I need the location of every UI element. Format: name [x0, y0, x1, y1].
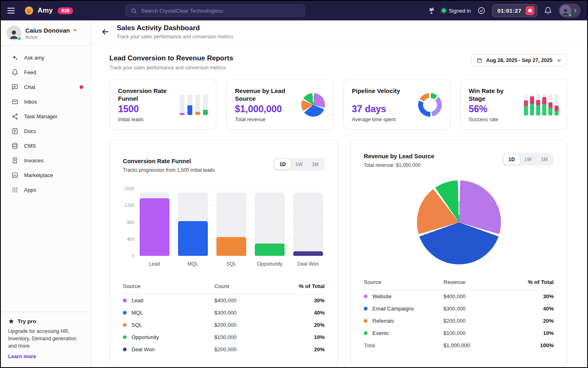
period-tab[interactable]: 1D	[274, 159, 291, 169]
notification-dot-icon	[80, 85, 83, 89]
bar	[178, 221, 208, 256]
conversion-funnel-panel: Conversion Rate Funnel Tracks progressio…	[109, 140, 338, 366]
sidebar-item-label: Apps	[24, 187, 36, 193]
sidebar-item-label: Chat	[24, 84, 35, 90]
sidebar-item[interactable]: Feed	[1, 65, 91, 80]
sidebar-item[interactable]: Chat	[1, 80, 91, 94]
sidebar-user-avatar	[7, 26, 21, 40]
x-axis-label: Lead	[140, 261, 169, 267]
period-tab[interactable]: 1M	[307, 159, 323, 169]
x-axis-label: Opportunity	[255, 261, 285, 267]
sidebar-item[interactable]: Inbox	[1, 94, 91, 109]
sidebar-user-switcher[interactable]: Caius Donovan Active	[1, 20, 91, 46]
back-arrow-icon[interactable]	[101, 27, 110, 36]
period-tab[interactable]: 1W	[520, 154, 536, 164]
period-tab[interactable]: 1D	[503, 154, 520, 164]
y-axis-tick: 1200	[125, 203, 134, 208]
bar	[255, 244, 285, 256]
y-axis-tick: 1600	[125, 186, 134, 191]
kpi-value: 1500	[118, 104, 179, 115]
period-tabs: 1D 1W 1M	[273, 158, 325, 171]
total-label: Total	[364, 342, 443, 348]
column-header: % of Total	[286, 283, 325, 289]
table-total-row: Total $1,000,000 100%	[364, 339, 554, 352]
period-tab[interactable]: 1W	[291, 159, 307, 169]
sidebar-item[interactable]: $ Invoices	[1, 153, 91, 168]
series-dot-icon	[364, 331, 368, 335]
sidebar-item-label: Inbox	[24, 99, 37, 105]
row-percent: 40%	[515, 306, 554, 312]
x-axis-label: Deal Won	[293, 261, 323, 267]
share-icon	[11, 113, 18, 120]
kpi-title: Win Rate by Stage	[469, 87, 518, 102]
page-title: Sales Activity Dashboard	[117, 24, 233, 32]
row-label: Opportunity	[131, 334, 159, 340]
y-axis-tick: 0	[132, 253, 134, 258]
chevron-down-icon	[72, 27, 78, 33]
sidebar-user-status-dot	[18, 37, 21, 40]
series-dot-icon	[123, 335, 127, 339]
revenue-source-panel: Revenue by Lead Source Total revenue: $1…	[350, 140, 567, 366]
row-label: Referrals	[372, 318, 394, 324]
bar-track	[216, 193, 246, 256]
x-axis-label: MQL	[178, 261, 208, 267]
sidebar-item[interactable]: Docs	[1, 124, 91, 138]
search-icon	[131, 8, 137, 14]
user-menu[interactable]	[559, 4, 581, 18]
bar	[216, 237, 246, 256]
y-axis-tick: 800	[127, 220, 134, 225]
column-header: Revenue	[443, 279, 515, 285]
kpi-caption: Average time spent	[352, 117, 417, 122]
sidebar-item-label: Docs	[24, 128, 36, 134]
chart-icon	[11, 172, 18, 179]
y-axis: 1600 1200 800 400 0	[123, 188, 138, 256]
mini-pie-chart	[301, 93, 325, 117]
series-dot-icon	[364, 295, 368, 298]
sidebar-item-label: Ask amy	[24, 55, 45, 61]
check-circle-icon[interactable]	[477, 7, 486, 15]
search-bar[interactable]	[125, 4, 305, 17]
timer-stop-button[interactable]	[526, 6, 535, 15]
hamburger-menu-icon[interactable]	[7, 5, 18, 16]
bar-track	[293, 193, 323, 256]
bell-icon[interactable]	[544, 7, 552, 15]
row-value: $200,000	[443, 318, 515, 324]
palm-tree-icon[interactable]	[427, 7, 435, 15]
funnel-bar-chart: 1600 1200 800 400 0	[123, 188, 325, 256]
row-value: $400,000	[443, 293, 515, 299]
y-axis-tick: 400	[127, 237, 134, 242]
total-value: $1,000,000	[443, 342, 515, 348]
series-dot-icon	[123, 299, 127, 302]
row-percent: 20%	[515, 318, 554, 324]
table-row: Website $400,000 30%	[364, 290, 554, 302]
session-timer: 01:01:27	[492, 4, 537, 17]
revenue-table: Source Revenue % of Total Website	[364, 279, 554, 352]
kpi-value: 56%	[469, 104, 518, 115]
app-window: Amy B2B Signed in 01:01:27	[1, 1, 587, 367]
revenue-pie-chart	[417, 180, 501, 264]
sidebar-item[interactable]: Ask amy	[1, 50, 91, 65]
row-value: $400,000	[214, 297, 286, 304]
kpi-card-revenue-source: Revenue by Lead Source $1,000,000 Total …	[226, 80, 333, 130]
row-label: Website	[372, 293, 392, 299]
table-row: Email Campaigns $300,000 40%	[364, 302, 554, 315]
row-percent: 10%	[515, 330, 554, 336]
sidebar-item[interactable]: CMS	[1, 138, 91, 153]
brand[interactable]: Amy B2B	[24, 5, 73, 16]
kpi-value: 37 days	[352, 104, 417, 115]
kpi-caption: Total revenue	[235, 117, 296, 122]
date-range-picker[interactable]: Aug 28, 2025 - Sep 27, 2025	[471, 54, 567, 67]
sidebar-item[interactable]: Apps	[1, 182, 91, 197]
bar-track	[178, 193, 208, 256]
sidebar-item[interactable]: Task Manager	[1, 109, 91, 124]
bar-track	[255, 193, 285, 256]
period-tab[interactable]: 1M	[536, 154, 552, 164]
search-input[interactable]	[141, 8, 300, 14]
grid-icon	[11, 186, 18, 193]
learn-more-link[interactable]: Learn more	[8, 354, 36, 359]
sidebar-item[interactable]: Marketplace	[1, 168, 91, 182]
column-header: Count	[214, 283, 286, 289]
bell-icon	[11, 69, 18, 76]
timer-value: 01:01:27	[497, 8, 521, 14]
row-label: SQL	[131, 322, 142, 328]
